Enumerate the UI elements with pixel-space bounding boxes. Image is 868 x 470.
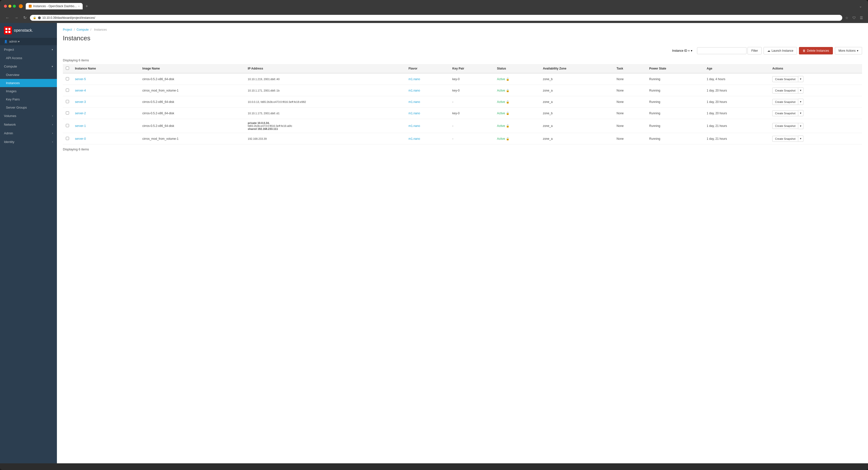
flavor-link-5[interactable]: m1.nano — [408, 137, 420, 140]
shield-icon[interactable]: 🛡 — [851, 15, 857, 21]
sidebar-item-overview[interactable]: Overview — [0, 71, 57, 79]
sidebar-item-server-groups[interactable]: Server Groups — [0, 103, 57, 112]
flavor-link-1[interactable]: m1.nano — [408, 89, 420, 92]
power-cell: Running — [646, 133, 704, 145]
lock-icon-5: 🔓 — [506, 137, 509, 140]
flavor-link-2[interactable]: m1.nano — [408, 100, 420, 104]
filter-group: Instance ID = ▾ Filter — [668, 47, 762, 55]
power-cell: Running — [646, 73, 704, 85]
breadcrumb-project[interactable]: Project — [63, 28, 72, 31]
flavor-link-3[interactable]: m1.nano — [408, 112, 420, 115]
action-dropdown-button-1[interactable]: ▾ — [798, 87, 803, 94]
back-button[interactable]: ← — [4, 14, 11, 21]
maximize-button[interactable] — [13, 5, 16, 8]
table-row: server-4 cirros_mod_from_volume-1 10.10.… — [63, 85, 862, 96]
table-row: server-1 cirros-0.5.2-x86_64-disk privat… — [63, 119, 862, 133]
actions-cell: Create Snapshot ▾ — [769, 107, 862, 119]
create-snapshot-button-5[interactable]: Create Snapshot — [772, 136, 798, 142]
row-checkbox-5[interactable] — [66, 137, 69, 140]
more-dropdown-icon: ▾ — [857, 49, 858, 53]
flavor-link-0[interactable]: m1.nano — [408, 77, 420, 81]
url-text[interactable]: 10.10.0.39/dashboard/project/instances/ — [42, 16, 95, 20]
az-cell: zone_a — [540, 119, 614, 133]
instance-link-server-4[interactable]: server-4 — [75, 89, 86, 92]
image-name-cell: cirros-0.5.2-x86_64-disk — [139, 96, 245, 107]
instance-link-server-2[interactable]: server-2 — [75, 112, 86, 115]
age-cell: 1 day, 4 hours — [704, 73, 769, 85]
active-tab[interactable]: Instances - OpenStack Dashbo... × — [26, 3, 83, 9]
col-image-name: Image Name — [139, 64, 245, 73]
toolbar: Instance ID = ▾ Filter ☁ Launch Instance… — [63, 47, 862, 55]
tab-close-button[interactable]: × — [78, 5, 80, 8]
bookmark-icon[interactable]: ☆ — [844, 15, 849, 21]
api-access-label: API Access — [6, 56, 22, 60]
filter-input[interactable] — [697, 47, 746, 54]
project-chevron: ▾ — [52, 48, 53, 51]
new-tab-button[interactable]: + — [84, 3, 90, 9]
logo-text: openstack. — [14, 28, 33, 33]
sidebar-item-volumes[interactable]: Volumes › — [0, 112, 57, 120]
filter-dropdown-icon: ▾ — [691, 49, 692, 53]
launch-instance-button[interactable]: ☁ Launch Instance — [764, 47, 797, 55]
menu-icon[interactable]: ☰ — [859, 15, 864, 21]
instance-link-server-5[interactable]: server-5 — [75, 77, 86, 81]
row-checkbox-3[interactable] — [66, 111, 69, 115]
delete-instances-button[interactable]: 🗑 Delete Instances — [799, 47, 833, 55]
flavor-link-4[interactable]: m1.nano — [408, 124, 420, 128]
create-snapshot-button-3[interactable]: Create Snapshot — [772, 110, 798, 116]
status-cell: Active 🔓 — [494, 85, 540, 96]
instance-name-cell: server-3 — [72, 96, 139, 107]
row-checkbox-2[interactable] — [66, 100, 69, 103]
create-snapshot-button-0[interactable]: Create Snapshot — [772, 76, 798, 82]
action-dropdown-button-5[interactable]: ▾ — [798, 135, 803, 142]
sidebar-item-project[interactable]: Project ▾ — [0, 45, 57, 54]
browser-tabs: Instances - OpenStack Dashbo... × + — [26, 3, 854, 9]
sidebar-item-instances[interactable]: Instances — [0, 79, 57, 87]
col-actions: Actions — [769, 64, 862, 73]
filter-button[interactable]: Filter — [747, 47, 762, 55]
sidebar-item-admin[interactable]: Admin › — [0, 129, 57, 137]
reload-button[interactable]: ↻ — [22, 14, 28, 21]
sidebar-user-label[interactable]: admin ▾ — [9, 40, 20, 43]
row-checkbox-1[interactable] — [66, 89, 69, 92]
sidebar-user-menu[interactable]: 👤 admin ▾ — [0, 38, 57, 45]
sidebar-item-network[interactable]: Network › — [0, 120, 57, 129]
instance-link-server-3[interactable]: server-3 — [75, 100, 86, 104]
more-actions-label: More Actions — [839, 49, 856, 53]
key-pair-cell: key-0 — [450, 73, 494, 85]
age-cell: 1 day, 21 hours — [704, 133, 769, 145]
create-snapshot-button-1[interactable]: Create Snapshot — [772, 88, 798, 94]
volumes-label: Volumes — [4, 114, 16, 118]
breadcrumb-compute[interactable]: Compute — [76, 28, 89, 31]
instances-label: Instances — [6, 81, 20, 85]
more-actions-button[interactable]: More Actions ▾ — [835, 47, 862, 55]
sidebar-item-compute[interactable]: Compute ▾ — [0, 62, 57, 71]
action-dropdown-button-3[interactable]: ▾ — [798, 110, 803, 116]
create-snapshot-button-4[interactable]: Create Snapshot — [772, 123, 798, 129]
displaying-count-top: Displaying 6 items — [63, 58, 862, 62]
row-checkbox-0[interactable] — [66, 77, 69, 81]
minimize-button[interactable] — [8, 5, 11, 8]
action-dropdown-button-4[interactable]: ▾ — [798, 123, 803, 129]
page-content: openstack. 👤 admin ▾ Project ▾ API Acces… — [0, 23, 868, 463]
filter-field-selector[interactable]: Instance ID = ▾ — [668, 47, 696, 55]
forward-button[interactable]: → — [13, 14, 20, 21]
action-dropdown-button-2[interactable]: ▾ — [798, 99, 803, 105]
create-snapshot-button-2[interactable]: Create Snapshot — [772, 99, 798, 105]
flavor-cell: m1.nano — [406, 133, 450, 145]
select-all-checkbox[interactable] — [66, 67, 69, 70]
action-dropdown-button-0[interactable]: ▾ — [798, 76, 803, 82]
close-button[interactable] — [4, 5, 7, 8]
instance-link-server-1[interactable]: server-1 — [75, 124, 86, 128]
identity-label: Identity — [4, 140, 14, 144]
sidebar-item-identity[interactable]: Identity › — [0, 137, 57, 146]
row-checkbox-4[interactable] — [66, 124, 69, 127]
instance-link-server-0[interactable]: server-0 — [75, 137, 86, 140]
sidebar-item-key-pairs[interactable]: Key Pairs — [0, 95, 57, 103]
browser-titlebar: Instances - OpenStack Dashbo... × + ⌄ — [0, 0, 868, 12]
instances-table: Instance Name Image Name IP Address Flav… — [63, 64, 862, 145]
svg-rect-4 — [8, 31, 10, 33]
sidebar-item-images[interactable]: Images — [0, 87, 57, 95]
sidebar-item-api-access[interactable]: API Access — [0, 54, 57, 62]
address-bar[interactable]: 🔒 ⬤ 10.10.0.39/dashboard/project/instanc… — [30, 15, 842, 21]
